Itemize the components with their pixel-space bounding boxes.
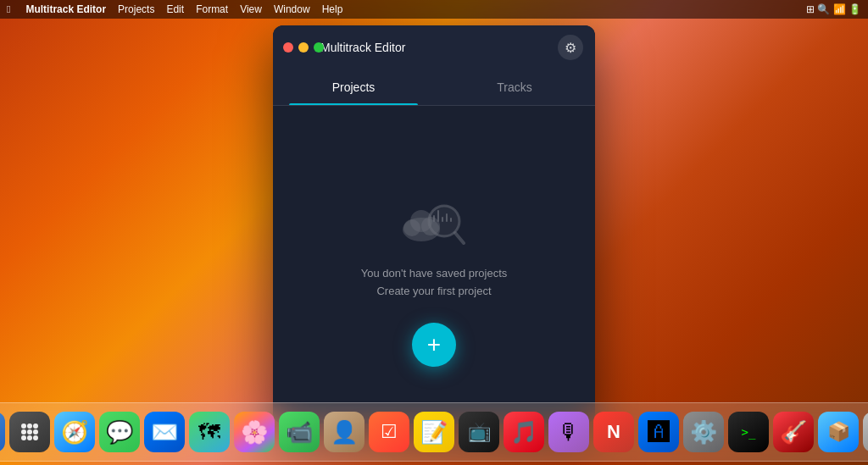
menu-window[interactable]: Window — [274, 3, 310, 15]
menu-bar-controls: ⊞ 🔍 📶 🔋 — [806, 3, 861, 15]
dock-icon-photos[interactable]: 🌸 — [234, 412, 275, 452]
svg-point-13 — [33, 423, 38, 429]
dock-icon-news[interactable]: N — [593, 412, 634, 452]
dock-icon-maps[interactable]: 🗺 — [189, 412, 230, 452]
empty-state-text: You don't have saved projects Create you… — [361, 265, 508, 301]
dock-icon-notes[interactable]: 📝 — [414, 412, 454, 452]
close-button[interactable] — [283, 42, 293, 53]
apple-menu[interactable]:  — [7, 3, 10, 15]
empty-state-icon — [392, 185, 476, 253]
dock-icon-launchpad[interactable] — [9, 412, 50, 452]
maximize-button[interactable] — [314, 42, 324, 53]
tab-projects[interactable]: Projects — [273, 69, 434, 105]
app-name-menu[interactable]: Multitrack Editor — [25, 3, 106, 15]
add-icon: + — [427, 331, 441, 358]
svg-point-17 — [21, 435, 26, 440]
dock-icon-mail[interactable]: ✉️ — [144, 412, 185, 452]
dock: 🔵 🧭 💬 ✉️ 🗺 🌸 📹 👤 ☑ — [0, 402, 868, 462]
svg-point-18 — [27, 435, 32, 440]
dock-icon-appstore[interactable]: 🅰 — [638, 412, 679, 452]
svg-point-14 — [21, 429, 26, 435]
svg-point-11 — [21, 423, 26, 429]
dock-icon-finder[interactable]: 🔵 — [0, 412, 5, 452]
dock-icon-trash[interactable]: 🗑 — [863, 412, 868, 452]
dock-icon-contacts[interactable]: 👤 — [324, 412, 364, 452]
dock-icon-systemprefs[interactable]: ⚙️ — [683, 412, 724, 452]
menu-format[interactable]: Format — [196, 3, 228, 15]
tabs-bar: Projects Tracks — [273, 69, 595, 106]
app-window: Multitrack Editor ⚙ Projects Tracks — [273, 25, 595, 423]
dock-icon-podcasts[interactable]: 🎙 — [548, 412, 589, 452]
menu-file[interactable]: Projects — [118, 3, 154, 15]
tab-tracks[interactable]: Tracks — [434, 69, 595, 105]
menu-bar:  Multitrack Editor Projects Edit Format… — [0, 0, 868, 19]
svg-line-10 — [455, 233, 464, 243]
dock-icon-music[interactable]: 🎵 — [504, 412, 544, 452]
svg-point-19 — [33, 435, 38, 440]
menu-edit[interactable]: Edit — [166, 3, 184, 15]
add-project-button[interactable]: + — [412, 323, 456, 367]
svg-point-16 — [33, 429, 38, 435]
window-title: Multitrack Editor — [320, 41, 405, 54]
empty-state: You don't have saved projects Create you… — [361, 185, 508, 301]
menu-view[interactable]: View — [240, 3, 262, 15]
dock-icon-appletv[interactable]: 📺 — [459, 412, 499, 452]
dock-icon-messages[interactable]: 💬 — [99, 412, 140, 452]
dock-icon-safari[interactable]: 🧭 — [54, 412, 95, 452]
dock-icon-facetime[interactable]: 📹 — [279, 412, 320, 452]
svg-point-12 — [27, 423, 32, 429]
minimize-button[interactable] — [298, 42, 309, 53]
settings-button[interactable]: ⚙ — [558, 35, 583, 60]
dock-icon-music2[interactable]: 🎸 — [773, 412, 814, 452]
desktop:  Multitrack Editor Projects Edit Format… — [0, 0, 868, 465]
dock-icon-terminal[interactable]: >_ — [728, 412, 769, 452]
content-area: You don't have saved projects Create you… — [273, 106, 595, 380]
svg-point-15 — [27, 429, 32, 435]
dock-icon-unknown[interactable]: 📦 — [818, 412, 859, 452]
title-bar: Multitrack Editor ⚙ — [273, 25, 595, 69]
menu-help[interactable]: Help — [322, 3, 343, 15]
dock-icon-reminders[interactable]: ☑ — [369, 412, 409, 452]
traffic-lights — [283, 42, 324, 53]
